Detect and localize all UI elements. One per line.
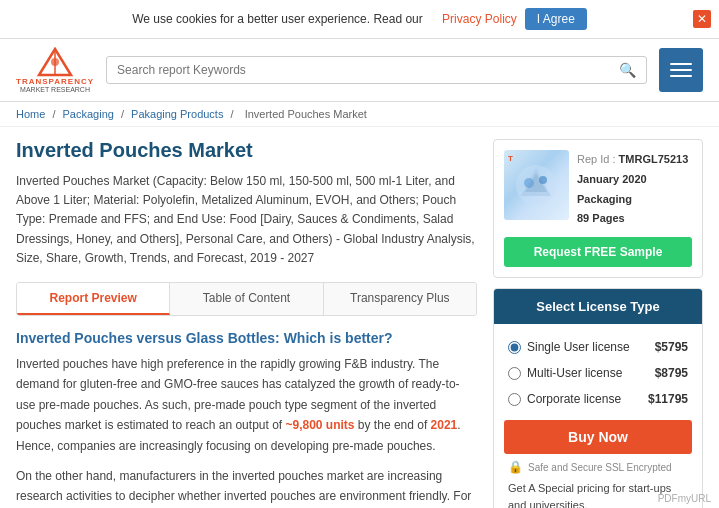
breadcrumb-current: Inverted Pouches Market [245,108,367,120]
license-single-label[interactable]: Single User license [508,340,630,354]
hamburger-menu-button[interactable] [659,48,703,92]
license-multi-label[interactable]: Multi-User license [508,366,622,380]
body-para-2: On the other hand, manufacturers in the … [16,466,477,508]
page-title: Inverted Pouches Market [16,139,477,162]
rep-id-row: Rep Id : TMRGL75213 [577,150,688,170]
svg-point-7 [539,176,547,184]
page-description: Inverted Pouches Market (Capacity: Below… [16,172,477,268]
tab-report-preview[interactable]: Report Preview [17,283,170,315]
pages-value: 89 Pages [577,212,625,224]
ssl-text: Safe and Secure SSL Encrypted [528,462,672,473]
license-option-single[interactable]: Single User license $5795 [504,334,692,360]
license-options: Single User license $5795 Multi-User lic… [494,324,702,508]
license-header: Select License Type [494,289,702,324]
license-multi-radio[interactable] [508,367,521,380]
tab-table-of-content[interactable]: Table of Content [170,283,323,315]
logo[interactable]: TRANSPARENCY MARKET RESEARCH [16,47,94,93]
license-single-price: $5795 [655,340,688,354]
license-multi-price: $8795 [655,366,688,380]
search-input[interactable] [117,63,613,77]
rep-id-label: Rep Id : [577,153,616,165]
date-value: January 2020 [577,173,647,185]
hamburger-line-2 [670,69,692,71]
rep-id-value: TMRGL75213 [619,153,689,165]
date-row: January 2020 [577,170,688,190]
logo-text: TRANSPARENCY [16,77,94,86]
buy-button[interactable]: Buy Now [504,420,692,454]
section-title: Inverted Pouches versus Glass Bottles: W… [16,330,477,346]
highlight-units: ~9,800 units [285,418,354,432]
breadcrumb-sep-3: / [231,108,237,120]
body-para-1: Inverted pouches have high preference in… [16,354,477,456]
hamburger-line-1 [670,63,692,65]
lock-icon: 🔒 [508,460,523,474]
license-option-corporate[interactable]: Corporate license $11795 [504,386,692,412]
search-bar[interactable]: 🔍 [106,56,647,84]
breadcrumb-sep-1: / [52,108,58,120]
license-corporate-radio[interactable] [508,393,521,406]
product-meta: Rep Id : TMRGL75213 January 2020 Packagi… [577,150,688,229]
ssl-info: 🔒 Safe and Secure SSL Encrypted [504,460,692,474]
breadcrumb-packaging[interactable]: Packaging [63,108,114,120]
search-icon: 🔍 [619,62,636,78]
breadcrumb: Home / Packaging / Pakaging Products / I… [0,102,719,127]
hamburger-line-3 [670,75,692,77]
breadcrumb-sep-2: / [121,108,127,120]
license-option-multi[interactable]: Multi-User license $8795 [504,360,692,386]
cookie-message: We use cookies for a better user experie… [132,12,423,26]
license-panel: Select License Type Single User license … [493,288,703,508]
product-card: T Rep Id : TMRGL75213 Janu [493,139,703,278]
tabs: Report Preview Table of Content Transpar… [16,282,477,316]
startup-text: Get A Special pricing for start-ups and … [508,482,671,508]
privacy-policy-link[interactable]: Privacy Policy [442,12,517,26]
product-thumbnail [509,158,564,213]
category-row: Packaging [577,190,688,210]
category-value: Packaging [577,193,632,205]
left-content: Inverted Pouches Market Inverted Pouches… [16,139,493,508]
breadcrumb-home[interactable]: Home [16,108,45,120]
pages-row: 89 Pages [577,209,688,229]
license-corporate-text: Corporate license [527,392,621,406]
header: TRANSPARENCY MARKET RESEARCH 🔍 [0,39,719,102]
product-image-logo: T [508,154,513,163]
cookie-close-button[interactable]: ✕ [693,10,711,28]
license-multi-text: Multi-User license [527,366,622,380]
pdf-watermark: PDFmyURL [658,493,711,504]
svg-point-6 [524,178,534,188]
tab-transparency-plus[interactable]: Transparency Plus [324,283,476,315]
svg-point-2 [51,58,59,66]
product-card-top: T Rep Id : TMRGL75213 Janu [504,150,692,229]
logo-icon [35,47,75,77]
highlight-year: 2021 [431,418,458,432]
right-sidebar: T Rep Id : TMRGL75213 Janu [493,139,703,508]
breadcrumb-packaging-products[interactable]: Pakaging Products [131,108,223,120]
license-corporate-label[interactable]: Corporate license [508,392,621,406]
cookie-agree-button[interactable]: I Agree [525,8,587,30]
cookie-banner: We use cookies for a better user experie… [0,0,719,39]
sample-button[interactable]: Request FREE Sample [504,237,692,267]
logo-subtext: MARKET RESEARCH [20,86,90,93]
product-image: T [504,150,569,220]
main-layout: Inverted Pouches Market Inverted Pouches… [0,127,719,508]
license-single-radio[interactable] [508,341,521,354]
license-corporate-price: $11795 [648,392,688,406]
license-single-text: Single User license [527,340,630,354]
